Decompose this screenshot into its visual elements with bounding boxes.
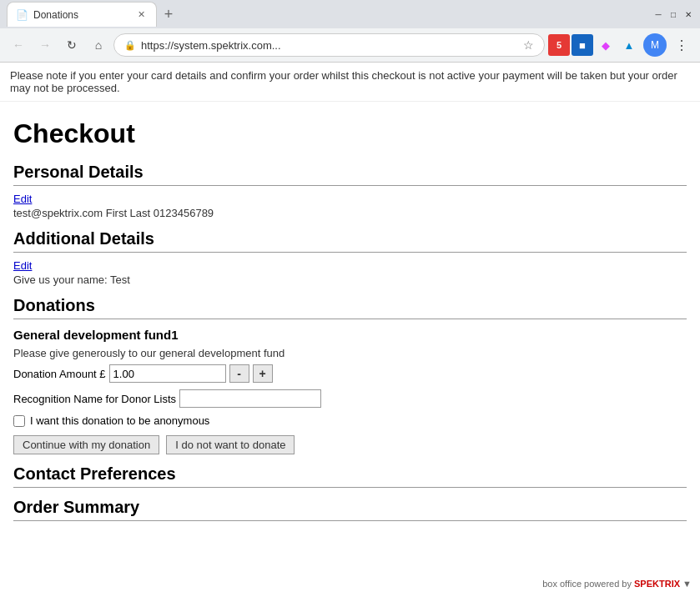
no-donate-button[interactable]: I do not want to donate [166,435,295,454]
fund-name: General development fund1 [13,328,687,342]
warning-banner: Please note if you enter your card detai… [0,63,700,102]
lock-icon: 🔒 [124,40,136,51]
anonymous-label: I want this donation to be anonymous [30,414,209,427]
recognition-row: Recognition Name for Donor Lists [13,389,687,408]
back-button[interactable]: ← [7,33,30,57]
tab-icon: 📄 [16,9,28,21]
amount-label: Donation Amount £ [13,368,106,380]
page-title: Checkout [13,118,687,149]
close-button[interactable] [683,9,693,19]
address-bar[interactable]: 🔒 https://system.spektrix.com... ☆ [113,33,545,57]
recognition-input[interactable] [179,389,321,408]
anonymous-row: I want this donation to be anonymous [13,414,687,427]
extension-3[interactable]: ◆ [595,34,617,56]
recognition-label: Recognition Name for Donor Lists [13,393,176,405]
bookmark-icon[interactable]: ☆ [523,38,534,52]
additional-details-heading: Additional Details [13,229,687,253]
extension-2[interactable]: ■ [572,34,593,56]
spektrix-logo: SPEKTRIX [634,579,680,589]
additional-details-edit-link[interactable]: Edit [13,259,687,272]
reload-button[interactable]: ↻ [60,33,83,57]
continue-donation-button[interactable]: Continue with my donation [13,435,159,454]
donation-buttons: Continue with my donation I do not want … [13,435,687,454]
title-bar: 📄 Donations ✕ + [0,0,700,28]
tab-close-button[interactable]: ✕ [134,8,148,22]
personal-details-info: test@spektrix.com First Last 0123456789 [13,207,687,219]
footer-arrow: ▼ [682,579,692,589]
profile-button[interactable]: M [643,33,667,57]
main-content: Checkout Personal Details Edit test@spek… [0,102,700,553]
extension-4[interactable]: ▲ [618,34,640,56]
minimize-button[interactable] [653,9,663,19]
home-button[interactable]: ⌂ [87,33,110,57]
plus-button[interactable]: + [253,364,273,383]
extension-1[interactable]: 5 [548,34,570,56]
active-tab[interactable]: 📄 Donations ✕ [7,2,157,27]
browser-chrome: 📄 Donations ✕ + ← → ↻ ⌂ 🔒 https://system… [0,0,700,63]
amount-input[interactable] [109,364,226,383]
menu-button[interactable]: ⋮ [670,33,693,57]
restore-button[interactable] [668,9,678,19]
nav-bar: ← → ↻ ⌂ 🔒 https://system.spektrix.com...… [0,28,700,62]
minus-button[interactable]: - [229,364,249,383]
donation-amount-row: Donation Amount £ - + [13,364,687,383]
donation-description: Please give generously to our general de… [13,347,687,359]
personal-details-edit-link[interactable]: Edit [13,193,687,205]
additional-details-info: Give us your name: Test [13,273,687,286]
donations-heading: Donations [13,296,687,319]
address-text: https://system.spektrix.com... [141,39,518,52]
forward-button[interactable]: → [33,33,57,57]
footer-text: box office powered by [542,579,632,589]
anonymous-checkbox[interactable] [13,415,25,427]
warning-text: Please note if you enter your card detai… [10,69,677,94]
window-controls [653,9,693,19]
extensions-area: 5 ■ ◆ ▲ [548,34,640,56]
tab-strip: 📄 Donations ✕ + [7,2,653,27]
personal-details-heading: Personal Details [13,163,687,186]
new-tab-button[interactable]: + [157,3,180,26]
order-summary-heading: Order Summary [13,498,687,521]
tab-title: Donations [33,9,129,21]
footer-branding: box office powered by SPEKTRIX ▼ [534,575,700,592]
page-content: Please note if you enter your card detai… [0,63,700,592]
contact-preferences-heading: Contact Preferences [13,464,687,488]
